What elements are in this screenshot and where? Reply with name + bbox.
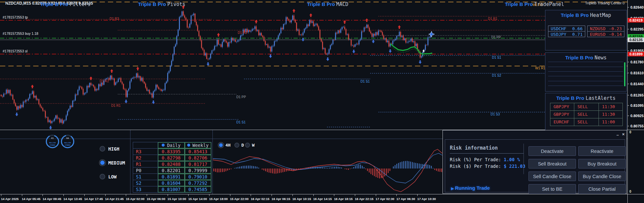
buy-candle-close-button[interactable]: Buy Candle Close: [578, 171, 626, 181]
gauge-state-2: STRONG: [65, 144, 70, 146]
close-icon[interactable]: ×: [622, 132, 625, 137]
filter-level-radio-medium[interactable]: MEDIUM: [100, 160, 125, 166]
macd-timeframe-w[interactable]: W: [245, 143, 255, 148]
svg-text:D1 S3: D1 S3: [491, 112, 500, 116]
news-scrollbar[interactable]: [624, 62, 625, 86]
heatmap-pair: NZDUSD: [590, 26, 605, 31]
time-axis-tick: [417, 194, 418, 196]
time-axis-label: 16 Apr 14:15: [313, 197, 332, 201]
alert-symbol: GBPJPY: [550, 110, 574, 118]
time-axis-label: 17 Apr 10:30: [417, 197, 436, 201]
crosshair-cursor: [429, 31, 435, 37]
macd-timeframe-4h[interactable]: 4H: [218, 143, 231, 148]
svg-text:#1781572553 tp: #1781572553 tp: [3, 15, 28, 19]
time-axis-label: 15 Apr 14:00: [188, 197, 207, 201]
time-axis-tick: [1, 194, 1, 196]
heatmap-panel: Triple B Pro HeatMap USDCHF 0.66USDJPY 0…: [545, 10, 627, 50]
time-axis-tick: [209, 194, 209, 196]
time-axis-tick: [355, 194, 355, 196]
close-partial-button[interactable]: Close Partial: [578, 184, 626, 194]
time-axis-label: 14 Apr 09:45: [42, 197, 61, 201]
macd-scale-top: 0: [629, 130, 631, 134]
pivot-daily-value: 0.82488: [158, 161, 185, 168]
heatmap-value: 0.66: [572, 26, 583, 31]
pivot-daily-value: 0.83395: [158, 148, 185, 155]
heatmap-value: -0.23: [609, 26, 622, 31]
minimize-icon[interactable]: –: [616, 132, 619, 137]
risk-value: $ 221.03: [504, 164, 525, 169]
time-axis-label: 16 Apr 10:15: [292, 197, 311, 201]
ma-band: [390, 44, 432, 56]
pivot-daily-value: 0.82798: [158, 155, 185, 161]
pivot-column-weekly[interactable]: Weekly: [185, 142, 211, 149]
news-panel: Triple B Pro News: [545, 52, 627, 92]
alert-symbol: EURCHF: [550, 118, 574, 126]
heatmap-negative-table: NZDUSD -0.23EURUSD -0.14: [587, 26, 624, 37]
svg-text:#1781572553 buy 1.18: #1781572553 buy 1.18: [3, 32, 39, 35]
heatmap-row: USDCHF 0.66: [548, 26, 585, 31]
heatmap-row: EURUSD -0.14: [588, 31, 624, 37]
radio-icon: [100, 160, 105, 166]
signal-arrows: [15, 5, 422, 129]
svg-text:D1 S2: D1 S2: [492, 74, 501, 77]
set-to-be-button[interactable]: Set to BE: [528, 184, 576, 194]
svg-text:#1781572553 sl: #1781572553 sl: [3, 49, 28, 53]
svg-text:0.81899: 0.81899: [629, 52, 643, 56]
pivot-column-daily[interactable]: Daily: [158, 142, 185, 149]
macd-timeframe-d[interactable]: D: [234, 143, 244, 148]
radio-icon: [187, 144, 190, 147]
time-axis-label: 15 Apr 02:00: [126, 197, 144, 201]
gauge-state-1: BULLISH: [49, 142, 56, 144]
alerts-table: GBPJPYSELL11:30GBPJPYSELL11:30EURCHFSELL…: [550, 103, 622, 126]
svg-text:0.81610: 0.81610: [630, 71, 644, 75]
time-axis-tick: [22, 194, 22, 196]
level-labels: W1 R2D1 R3D1 R1D1 R2D1 PPD1 S1W1 R1D1 S2…: [3, 3, 545, 124]
buy-breakout-button[interactable]: Buy Breakout: [578, 159, 626, 169]
news-row: [548, 76, 623, 81]
alert-action: SELL: [574, 103, 599, 111]
pivot-daily-value: 0.82201: [158, 167, 185, 174]
svg-text:D1 S1: D1 S1: [236, 120, 246, 124]
time-axis-tick: [188, 194, 189, 196]
pivot-weekly-value: 0.77292: [185, 180, 211, 186]
svg-text:D1 PP: D1 PP: [491, 35, 501, 39]
svg-text:D1 R1: D1 R1: [111, 104, 121, 107]
sell-breakout-button[interactable]: Sell Breakout: [528, 159, 576, 169]
deactivate-button[interactable]: Deactivate: [528, 146, 576, 156]
gauge-timeframe: H4: [66, 137, 69, 140]
pivot-weekly-value: 0.81717: [185, 161, 211, 168]
time-axis-tick: [334, 194, 334, 196]
time-axis-label: 14 Apr 05:45: [22, 197, 40, 201]
heatmap-row: USDJPY 0.71: [548, 31, 585, 37]
alert-action: SELL: [574, 118, 599, 126]
risk-divider: [450, 153, 523, 154]
svg-text:W1 R1: W1 R1: [535, 66, 545, 70]
sell-candle-close-button[interactable]: Sell Candle Close: [528, 171, 576, 181]
filter-level-radio-low[interactable]: LOW: [100, 174, 117, 179]
gauge-gap: [60, 134, 75, 149]
radio-label: D: [241, 143, 244, 148]
trading-terminal-window: W1 R2D1 R3D1 R1D1 R2D1 PPD1 S1W1 R1D1 S2…: [0, 0, 644, 203]
news-row: [548, 67, 623, 72]
tradepanel-vdivider: [523, 144, 524, 174]
svg-text:D1 R1: D1 R1: [488, 17, 498, 21]
gauge-state-1: BULLISH: [64, 142, 71, 144]
running-trade-toggle[interactable]: ▶ Running Trade: [451, 185, 490, 191]
svg-text:D1 R3: D1 R3: [110, 17, 119, 21]
svg-text:0.82295: 0.82295: [630, 27, 644, 31]
risk-label: Risk (%) Per Trade:: [450, 157, 504, 162]
radio-label: 4H: [225, 143, 231, 148]
pivot-row-label: R1: [133, 161, 158, 168]
reactivate-button[interactable]: Reactivate: [578, 146, 626, 156]
time-axis-label: 15 Apr 22:00: [230, 197, 249, 201]
heatmap-value: -0.14: [609, 32, 622, 37]
radio-icon: [218, 143, 223, 148]
price-axis: 0.826400.824700.822950.819550.817800.816…: [627, 5, 644, 128]
time-axis-tick: [63, 194, 64, 196]
alerts-panel-title: Triple B Pro LastAlerts: [545, 93, 626, 101]
news-panel-title: Triple B Pro News: [545, 53, 626, 61]
time-axis-label: 15 Apr 06:00: [147, 197, 165, 201]
radio-label: MEDIUM: [108, 160, 125, 166]
radio-icon: [234, 143, 239, 148]
filter-level-radio-high[interactable]: HIGH: [100, 146, 120, 152]
